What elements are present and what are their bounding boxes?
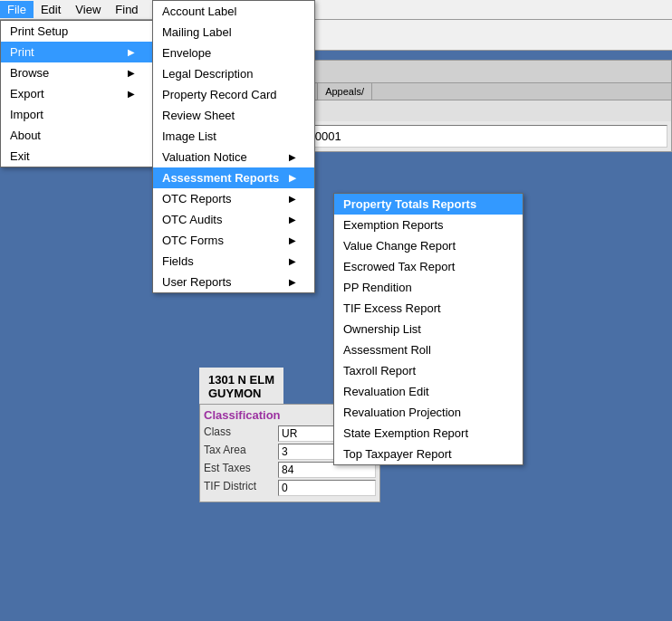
state-exemption-text: State Exemption Report bbox=[343, 426, 468, 440]
file-menu-import[interactable]: Import bbox=[1, 104, 153, 125]
tif-excess-text: TIF Excess Report bbox=[343, 301, 441, 315]
address-box: 1301 N ELM GUYMON bbox=[199, 368, 283, 406]
print-user-reports[interactable]: User Reports ▶ bbox=[153, 272, 314, 292]
print-mailing-label[interactable]: Mailing Label bbox=[153, 22, 314, 43]
class-value-tif-district: 0 bbox=[278, 480, 376, 496]
assessment-taxroll[interactable]: Taxroll Report bbox=[334, 360, 523, 381]
revaluation-projection-text: Revaluation Projection bbox=[343, 406, 461, 419]
menu-file[interactable]: File bbox=[0, 1, 34, 18]
import-label: Import bbox=[10, 108, 43, 121]
file-menu-export[interactable]: Export ▶ bbox=[1, 83, 153, 104]
valuation-notice-text: Valuation Notice bbox=[162, 150, 247, 164]
otc-audits-arrow-icon: ▶ bbox=[289, 215, 296, 225]
otc-reports-arrow-icon: ▶ bbox=[289, 194, 296, 204]
assessment-revaluation-edit[interactable]: Revaluation Edit bbox=[334, 381, 523, 402]
browse-label: Browse bbox=[10, 66, 49, 80]
taxroll-text: Taxroll Report bbox=[343, 364, 416, 377]
menu-edit[interactable]: Edit bbox=[34, 1, 68, 18]
assessment-value-change[interactable]: Value Change Report bbox=[334, 235, 523, 256]
user-reports-arrow-icon: ▶ bbox=[289, 277, 296, 287]
browse-arrow-icon: ▶ bbox=[128, 68, 135, 78]
menu-find[interactable]: Find bbox=[108, 1, 145, 18]
print-valuation-notice[interactable]: Valuation Notice ▶ bbox=[153, 147, 314, 167]
export-label: Export bbox=[10, 87, 44, 100]
exemption-reports-text: Exemption Reports bbox=[343, 218, 444, 232]
print-account-label[interactable]: Account Label bbox=[153, 1, 314, 22]
file-menu-dropdown: Print Setup Print ▶ Browse ▶ Export ▶ Im… bbox=[0, 20, 154, 167]
revaluation-edit-text: Revaluation Edit bbox=[343, 385, 429, 398]
otc-reports-text: OTC Reports bbox=[162, 192, 232, 205]
about-label: About bbox=[10, 129, 41, 142]
envelope-label-text: Envelope bbox=[162, 46, 211, 60]
print-submenu: Account Label Mailing Label Envelope Leg… bbox=[152, 0, 315, 293]
print-otc-reports[interactable]: OTC Reports ▶ bbox=[153, 188, 314, 209]
assessment-tif-excess[interactable]: TIF Excess Report bbox=[334, 298, 523, 319]
menu-bar: File Edit View Find Order Tools Appraisa… bbox=[0, 0, 672, 20]
address-line1: 1301 N ELM bbox=[208, 373, 274, 387]
fields-text: Fields bbox=[162, 254, 194, 268]
class-label-tax-area: Tax Area bbox=[204, 444, 276, 460]
tab-appeals[interactable]: Appeals/ bbox=[318, 83, 372, 100]
print-assessment-reports[interactable]: Assessment Reports ▶ bbox=[153, 167, 314, 188]
address-line2: GUYMON bbox=[208, 387, 274, 400]
assessment-pp-rendition[interactable]: PP Rendition bbox=[334, 277, 523, 298]
assessment-exemption-reports[interactable]: Exemption Reports bbox=[334, 215, 523, 235]
print-arrow-icon: ▶ bbox=[128, 47, 135, 57]
otc-audits-text: OTC Audits bbox=[162, 213, 222, 226]
escrowed-tax-text: Escrowed Tax Report bbox=[343, 260, 455, 273]
ownership-list-text: Ownership List bbox=[343, 322, 421, 336]
valuation-notice-arrow-icon: ▶ bbox=[289, 152, 296, 162]
print-setup-label: Print Setup bbox=[10, 24, 68, 38]
assessment-assessment-roll[interactable]: Assessment Roll bbox=[334, 339, 523, 360]
assessment-reports-arrow-icon: ▶ bbox=[289, 173, 296, 183]
class-label-tif-district: TIF District bbox=[204, 480, 276, 496]
print-legal-description[interactable]: Legal Description bbox=[153, 63, 314, 84]
fields-arrow-icon: ▶ bbox=[289, 256, 296, 266]
class-row-tif-district: TIF District 0 bbox=[204, 480, 376, 496]
assessment-top-taxpayer[interactable]: Top Taxpayer Report bbox=[334, 444, 523, 464]
account-label-text: Account Label bbox=[162, 5, 236, 18]
file-menu-print[interactable]: Print ▶ bbox=[1, 42, 153, 62]
print-review-sheet[interactable]: Review Sheet bbox=[153, 105, 314, 126]
export-arrow-icon: ▶ bbox=[128, 89, 135, 99]
exit-label: Exit bbox=[10, 149, 30, 163]
pp-rendition-text: PP Rendition bbox=[343, 281, 412, 294]
top-taxpayer-text: Top Taxpayer Report bbox=[343, 447, 452, 461]
class-label-est-taxes: Est Taxes bbox=[204, 462, 276, 478]
assessment-roll-text: Assessment Roll bbox=[343, 343, 431, 357]
file-menu-about[interactable]: About bbox=[1, 125, 153, 146]
class-label-class: Class bbox=[204, 425, 276, 442]
print-otc-forms[interactable]: OTC Forms ▶ bbox=[153, 230, 314, 251]
property-record-card-text: Property Record Card bbox=[162, 88, 276, 101]
print-envelope[interactable]: Envelope bbox=[153, 43, 314, 63]
assessment-reports-text: Assessment Reports bbox=[162, 171, 279, 185]
print-otc-audits[interactable]: OTC Audits ▶ bbox=[153, 209, 314, 230]
image-list-text: Image List bbox=[162, 129, 216, 143]
value-change-text: Value Change Report bbox=[343, 239, 456, 253]
assessment-reports-submenu: Property Totals Reports Exemption Report… bbox=[333, 193, 523, 465]
print-label: Print bbox=[10, 45, 34, 59]
legal-description-text: Legal Description bbox=[162, 67, 253, 81]
assessment-escrowed-tax[interactable]: Escrowed Tax Report bbox=[334, 256, 523, 277]
file-menu-print-setup[interactable]: Print Setup bbox=[1, 21, 153, 42]
print-fields[interactable]: Fields ▶ bbox=[153, 251, 314, 272]
file-menu-browse[interactable]: Browse ▶ bbox=[1, 62, 153, 83]
assessment-state-exemption[interactable]: State Exemption Report bbox=[334, 423, 523, 444]
assessment-property-totals[interactable]: Property Totals Reports bbox=[334, 194, 523, 215]
menu-view[interactable]: View bbox=[68, 1, 108, 18]
user-reports-text: User Reports bbox=[162, 275, 232, 289]
assessment-revaluation-projection[interactable]: Revaluation Projection bbox=[334, 402, 523, 423]
file-menu-exit[interactable]: Exit bbox=[1, 146, 153, 167]
mailing-label-text: Mailing Label bbox=[162, 25, 232, 39]
property-totals-text: Property Totals Reports bbox=[343, 197, 476, 211]
assessment-ownership-list[interactable]: Ownership List bbox=[334, 319, 523, 339]
print-image-list[interactable]: Image List bbox=[153, 126, 314, 147]
review-sheet-text: Review Sheet bbox=[162, 109, 235, 122]
print-property-record-card[interactable]: Property Record Card bbox=[153, 84, 314, 105]
otc-forms-text: OTC Forms bbox=[162, 234, 224, 247]
otc-forms-arrow-icon: ▶ bbox=[289, 235, 296, 245]
